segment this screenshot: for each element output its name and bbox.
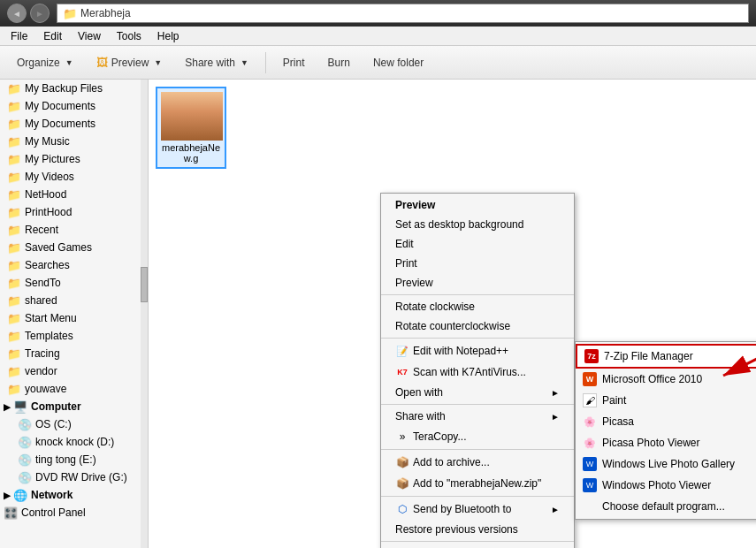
organize-label: Organize (17, 57, 60, 69)
file-thumbnail[interactable]: merabhejaNew.g (156, 87, 226, 169)
sidebar-item-ting-tong[interactable]: 💿 ting tong (E:) (0, 451, 148, 468)
sidebar-scrollbar-track[interactable] (141, 80, 148, 548)
sidebar-item-saved-games[interactable]: 📁 Saved Games (0, 239, 148, 256)
sidebar-item-nethood[interactable]: 📁 NetHood (0, 186, 148, 203)
sidebar-item-recent[interactable]: 📁 Recent (0, 221, 148, 239)
sidebar-item-vendor[interactable]: 📁 vendor (0, 362, 148, 380)
toolbar-sep-1 (265, 52, 266, 73)
sidebar-item-searches[interactable]: 📁 Searches (0, 256, 148, 274)
sidebar-item-tracing[interactable]: 📁 Tracing (0, 345, 148, 362)
sub-wlpg-label: Windows Live Photo Gallery (602, 458, 735, 470)
preview-label: Preview (111, 57, 149, 69)
ctx-rotate-cw-label: Rotate clockwise (395, 301, 475, 313)
sidebar-label: shared (25, 294, 57, 307)
ctx-scan-k7[interactable]: K7 Scan with K7AntiVirus... (381, 362, 574, 383)
folder-icon: 📁 (7, 100, 21, 113)
sub-choose-default-label: Choose default program... (602, 500, 725, 513)
print-button[interactable]: Print (273, 52, 315, 73)
ctx-preview2[interactable]: Preview (381, 273, 574, 293)
sidebar-scrollbar-thumb[interactable] (141, 267, 148, 302)
sub-picasa[interactable]: 🌸 Picasa (576, 411, 756, 432)
share-with-button[interactable]: Share with ▼ (175, 52, 258, 73)
ctx-teracopy[interactable]: » TeraCopy... (381, 426, 574, 447)
control-panel-icon: 🎛️ (4, 506, 18, 520)
sub-paint[interactable]: 🖌 Paint (576, 390, 756, 411)
sidebar-label: ting tong (E:) (35, 453, 96, 466)
sidebar-item-network[interactable]: ▶ 🌐 Network (0, 486, 148, 504)
sub-wpv[interactable]: W Windows Photo Viewer (576, 475, 756, 496)
address-bar[interactable]: 📁 Merabheja (57, 4, 749, 23)
sidebar-item-youwave[interactable]: 📁 youwave (0, 380, 148, 398)
folder-icon: 📁 (7, 365, 21, 378)
sidebar-label: knock knock (D:) (35, 436, 114, 448)
burn-button[interactable]: Burn (318, 52, 360, 73)
sidebar-item-shared[interactable]: 📁 shared (0, 292, 148, 309)
sidebar-item-my-pictures[interactable]: 📁 My Pictures (0, 150, 148, 168)
menu-tools[interactable]: Tools (110, 28, 149, 44)
sidebar-item-os-c[interactable]: 💿 OS (C:) (0, 415, 148, 433)
sidebar-item-dvd[interactable]: 💿 DVD RW Drive (G:) (0, 468, 148, 486)
ctx-rotate-ccw[interactable]: Rotate counterclockwise (381, 316, 574, 336)
sidebar-item-computer[interactable]: ▶ 🖥️ Computer (0, 398, 148, 415)
archive-icon: 📦 (395, 455, 409, 469)
ctx-rotate-cw[interactable]: Rotate clockwise (381, 297, 574, 316)
computer-expand-icon: ▶ (4, 402, 11, 412)
sidebar-item-my-videos[interactable]: 📁 My Videos (0, 168, 148, 186)
menu-file[interactable]: File (4, 28, 34, 44)
ctx-restore-label: Restore previous versions (395, 523, 518, 536)
sidebar-item-control-panel[interactable]: 🎛️ Control Panel (0, 504, 148, 521)
sidebar-item-sendto[interactable]: 📁 SendTo (0, 274, 148, 292)
context-menu: Preview Set as desktop background Edit P… (380, 193, 575, 548)
sidebar-label: Tracing (25, 347, 60, 360)
ctx-share-with[interactable]: Share with ► (381, 407, 574, 426)
choose-default-icon (583, 499, 597, 514)
organize-button[interactable]: Organize ▼ (7, 52, 83, 73)
sidebar-item-knock-knock[interactable]: 💿 knock knock (D:) (0, 433, 148, 451)
ctx-bluetooth-label: Send by Bluetooth to (413, 503, 511, 515)
k7-icon: K7 (395, 365, 409, 379)
window-controls[interactable]: ◄ ► (7, 4, 50, 23)
ctx-print-label: Print (395, 257, 417, 270)
sidebar-label: Network (31, 489, 73, 501)
sidebar-item-my-documents-2[interactable]: 📁 My Documents (0, 115, 148, 133)
ctx-preview[interactable]: Preview (381, 195, 574, 215)
file-name-label: merabhejaNew.g (161, 142, 221, 164)
menu-edit[interactable]: Edit (36, 28, 69, 44)
ctx-open-with[interactable]: Open with ► (381, 383, 574, 402)
ctx-restore[interactable]: Restore previous versions (381, 520, 574, 539)
folder-icon: 📁 (7, 224, 21, 237)
sub-paint-label: Paint (602, 394, 626, 407)
thumbnail-image (161, 92, 223, 141)
sub-picasa-viewer[interactable]: 🌸 Picasa Photo Viewer (576, 432, 756, 453)
folder-icon: 📁 (7, 330, 21, 343)
forward-btn[interactable]: ► (30, 4, 50, 23)
new-folder-label: New folder (373, 57, 424, 69)
sidebar-label: DVD RW Drive (G:) (35, 471, 127, 483)
ctx-edit-notepad[interactable]: 📝 Edit with Notepad++ (381, 340, 574, 362)
ctx-bluetooth[interactable]: ⬡ Send by Bluetooth to ► (381, 499, 574, 520)
sub-7zip[interactable]: 7z 7-Zip File Manager (576, 344, 756, 369)
preview-button[interactable]: 🖼 Preview ▼ (87, 51, 172, 73)
sidebar-item-templates[interactable]: 📁 Templates (0, 327, 148, 345)
ctx-print[interactable]: Print (381, 254, 574, 273)
sidebar-item-my-music[interactable]: 📁 My Music (0, 133, 148, 150)
sidebar-item-printhood[interactable]: 📁 PrintHood (0, 203, 148, 221)
menu-view[interactable]: View (71, 28, 108, 44)
menu-help[interactable]: Help (150, 28, 187, 44)
ctx-edit[interactable]: Edit (381, 234, 574, 254)
sidebar-item-my-backup-files[interactable]: 📁 My Backup Files (0, 80, 148, 97)
new-folder-button[interactable]: New folder (363, 52, 433, 73)
sidebar-label: Control Panel (21, 506, 86, 519)
back-btn[interactable]: ◄ (7, 4, 27, 23)
ctx-send-to[interactable]: Send to ► (381, 544, 574, 548)
ctx-add-archive[interactable]: 📦 Add to archive... (381, 452, 574, 473)
sidebar-label: SendTo (25, 277, 61, 289)
ctx-sep-5 (381, 496, 574, 497)
sub-choose-default[interactable]: Choose default program... (576, 496, 756, 517)
sub-ms-office[interactable]: W Microsoft Office 2010 (576, 369, 756, 390)
ctx-set-desktop[interactable]: Set as desktop background (381, 215, 574, 234)
ctx-add-zip[interactable]: 📦 Add to "merabhejaNew.zip" (381, 473, 574, 494)
sidebar-item-start-menu[interactable]: 📁 Start Menu (0, 309, 148, 327)
sub-wlpg[interactable]: W Windows Live Photo Gallery (576, 453, 756, 475)
sidebar-item-my-documents-1[interactable]: 📁 My Documents (0, 97, 148, 115)
